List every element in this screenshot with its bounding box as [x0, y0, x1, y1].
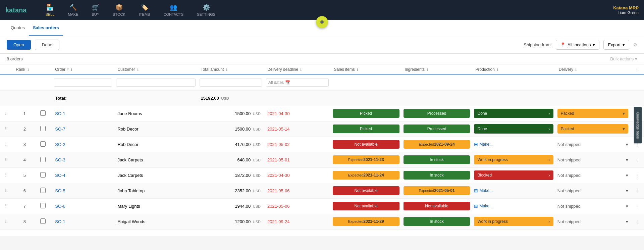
row-checkbox[interactable]: [40, 110, 46, 116]
checkbox-cell[interactable]: [37, 152, 52, 167]
status-badge[interactable]: Packed▾: [557, 124, 628, 134]
checkbox-cell[interactable]: [37, 198, 52, 214]
app-logo[interactable]: katana: [5, 6, 26, 14]
status-badge[interactable]: Not shipped▾: [557, 204, 628, 209]
row-checkbox[interactable]: [40, 157, 46, 162]
done-button[interactable]: Done: [35, 40, 59, 50]
make-link[interactable]: ⊞Make...: [474, 188, 553, 193]
row-checkbox[interactable]: [40, 203, 46, 208]
make-plus-icon: ⊞: [474, 203, 478, 209]
nav-stock[interactable]: 📦 STOCK: [107, 1, 131, 19]
order-link[interactable]: SO-5: [55, 188, 65, 193]
tab-quotes[interactable]: Quotes: [7, 20, 29, 36]
column-settings-icon[interactable]: ⚙: [633, 42, 637, 47]
row-checkbox[interactable]: [40, 172, 46, 178]
dropdown-arrow-icon[interactable]: ▾: [626, 157, 628, 162]
knowledge-base-tab[interactable]: Knowledge base: [634, 107, 642, 143]
drag-handle-cell[interactable]: ⠿: [0, 152, 12, 167]
make-link[interactable]: ⊞Make...: [474, 203, 553, 209]
dropdown-arrow-icon[interactable]: ▾: [626, 204, 628, 209]
bulk-actions-button[interactable]: Bulk actions ▾: [610, 56, 637, 61]
row-options[interactable]: ⋮: [630, 214, 644, 229]
dropdown-arrow-icon[interactable]: ▾: [626, 219, 628, 224]
row-options[interactable]: ⋮: [630, 152, 644, 167]
status-cell: Not available: [331, 183, 401, 198]
nav-make[interactable]: 🔨 MAKE: [62, 1, 84, 19]
drag-handle-cell[interactable]: ⠿: [0, 183, 12, 198]
add-button[interactable]: +: [316, 16, 328, 28]
shipping-from-label: Shipping from:: [524, 42, 552, 47]
open-button[interactable]: Open: [7, 40, 31, 50]
row-options[interactable]: ⋮: [630, 183, 644, 198]
status-cell: Blocked›: [472, 167, 555, 183]
tab-sales-orders[interactable]: Sales orders: [29, 20, 63, 36]
nav-items-label: ITEMS: [139, 12, 150, 16]
nav-buy[interactable]: 🛒 BUY: [86, 1, 105, 19]
nav-items[interactable]: 🏷️ ITEMS: [133, 1, 156, 19]
nav-sell[interactable]: 🏪 SELL: [40, 1, 60, 19]
customer-filter-input[interactable]: [116, 79, 195, 87]
row-checkbox[interactable]: [40, 218, 46, 224]
dropdown-arrow-icon[interactable]: ▾: [626, 188, 628, 193]
status-badge[interactable]: Blocked›: [474, 170, 553, 180]
date-filter[interactable]: All dates 📅: [266, 79, 329, 87]
amount-filter-input[interactable]: [200, 79, 262, 87]
make-link[interactable]: ⊞Make...: [474, 142, 553, 147]
export-button[interactable]: Export ▾: [603, 40, 629, 50]
dropdown-arrow-icon[interactable]: ▾: [626, 142, 628, 147]
items-icon: 🏷️: [141, 4, 148, 11]
total-row: Total: 15192.00 USD: [0, 90, 644, 106]
drag-handle-cell[interactable]: ⠿: [0, 198, 12, 214]
status-badge[interactable]: Done›: [474, 109, 553, 118]
amount-cell: 1500.00 USD: [198, 106, 264, 121]
status-badge[interactable]: Packed▾: [557, 109, 628, 118]
status-badge[interactable]: Not shipped▾: [557, 219, 628, 224]
status-badge: Expected2021-09-24: [404, 140, 470, 149]
drag-handle-cell[interactable]: ⠿: [0, 106, 12, 121]
order-link[interactable]: SO-6: [55, 204, 65, 209]
rank-cell: 2: [12, 121, 37, 137]
status-badge[interactable]: Done›: [474, 124, 553, 134]
nav-contacts[interactable]: 👥 CONTACTS: [158, 1, 189, 19]
order-link[interactable]: SO-7: [55, 127, 65, 132]
drag-handle-cell[interactable]: ⠿: [0, 121, 12, 137]
drag-handle-cell[interactable]: ⠿: [0, 137, 12, 152]
deadline-cell: 2021-09-24: [264, 214, 331, 229]
amount-value: 4176.00: [235, 142, 251, 147]
order-link[interactable]: SO-3: [55, 157, 65, 162]
status-cell: Processed: [401, 106, 472, 121]
checkbox-cell[interactable]: [37, 137, 52, 152]
order-link[interactable]: SO-1: [55, 219, 65, 224]
currency-label: USD: [253, 189, 261, 193]
sell-icon: 🏪: [46, 4, 54, 11]
th-options[interactable]: ⋮: [630, 64, 644, 75]
row-checkbox[interactable]: [40, 126, 46, 131]
status-badge[interactable]: Not shipped▾: [557, 173, 628, 178]
status-badge[interactable]: Work in progress›: [474, 155, 553, 164]
row-options[interactable]: ⋮: [630, 167, 644, 183]
checkbox-cell[interactable]: [37, 183, 52, 198]
status-badge[interactable]: Not shipped▾: [557, 142, 628, 147]
row-checkbox[interactable]: [40, 141, 46, 147]
row-checkbox[interactable]: [40, 188, 46, 193]
status-badge[interactable]: Work in progress›: [474, 217, 553, 226]
nav-settings[interactable]: ⚙️ SETTINGS: [192, 1, 221, 19]
checkbox-cell[interactable]: [37, 106, 52, 121]
order-cell: SO-6: [52, 198, 114, 214]
customer-cell: Rob Decor: [114, 121, 197, 137]
order-link[interactable]: SO-2: [55, 142, 65, 147]
drag-handle-cell[interactable]: ⠿: [0, 214, 12, 229]
checkbox-cell[interactable]: [37, 167, 52, 183]
order-link[interactable]: SO-4: [55, 173, 65, 178]
drag-handle-cell[interactable]: ⠿: [0, 167, 12, 183]
checkbox-cell[interactable]: [37, 121, 52, 137]
export-label: Export: [608, 42, 621, 47]
status-badge[interactable]: Not shipped▾: [557, 188, 628, 193]
status-badge[interactable]: Not shipped▾: [557, 157, 628, 162]
dropdown-arrow-icon[interactable]: ▾: [626, 173, 628, 178]
order-link[interactable]: SO-1: [55, 111, 65, 116]
row-options[interactable]: ⋮: [630, 198, 644, 214]
checkbox-cell[interactable]: [37, 214, 52, 229]
location-dropdown[interactable]: 📍 All locations ▾: [556, 40, 599, 50]
order-filter-input[interactable]: [54, 79, 112, 87]
